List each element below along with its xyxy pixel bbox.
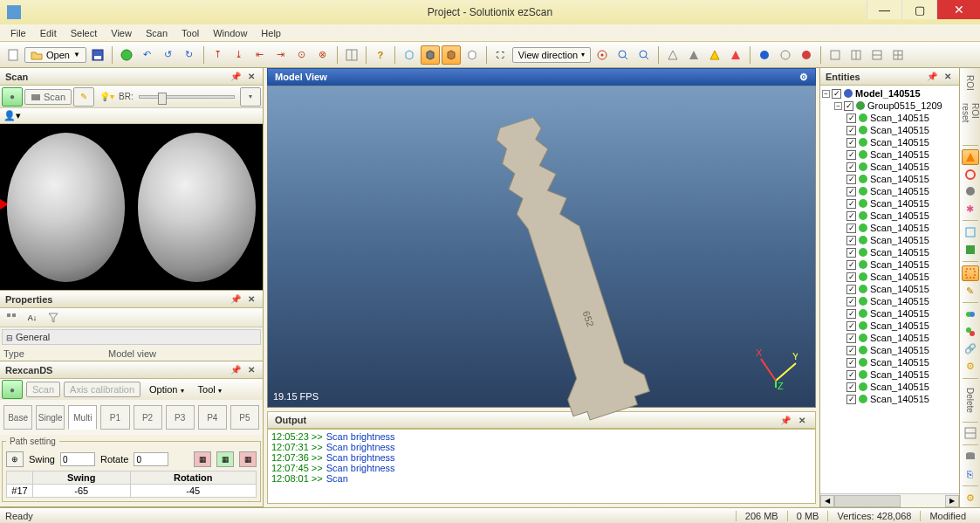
tree-checkbox[interactable]: ✓	[846, 297, 856, 306]
model-view-3d[interactable]: 652 19.15 FPS Y X Z	[267, 86, 816, 408]
view-direction-button[interactable]: View direction ▾	[512, 47, 591, 63]
ts-link-icon[interactable]: 🔗	[962, 341, 979, 357]
tree-toggle-icon[interactable]: −	[834, 102, 842, 110]
tree-item[interactable]: ✓Scan_140515	[822, 368, 957, 381]
tree-checkbox[interactable]: ✓	[846, 150, 856, 160]
tree-item[interactable]: −✓Model_140515	[822, 87, 957, 100]
tree-item[interactable]: ✓Scan_140515	[822, 173, 957, 185]
pin-icon[interactable]: 📌	[778, 416, 793, 425]
bulb-icon[interactable]: 💡▾	[96, 87, 117, 107]
tree-item[interactable]: ✓Scan_140515	[822, 344, 957, 356]
ts-gear-icon[interactable]: ⚙	[962, 490, 979, 506]
cube-shaded-icon[interactable]	[421, 45, 440, 65]
tree-checkbox[interactable]: ✓	[846, 272, 856, 282]
pin-icon[interactable]: 📌	[228, 365, 243, 375]
capture-icon[interactable]: ●	[2, 87, 23, 107]
rexcan-header[interactable]: RexcanDS 📌 ✕	[0, 361, 263, 379]
tree-checkbox[interactable]: ✓	[846, 285, 856, 294]
grid-4-icon[interactable]	[888, 45, 908, 65]
tree-checkbox[interactable]: ✓	[846, 187, 856, 196]
user-icon[interactable]: 👤▾	[3, 110, 21, 121]
menu-scan[interactable]: Scan	[139, 26, 175, 40]
general-section[interactable]: ⊟ General	[2, 329, 261, 345]
tree-item[interactable]: ✓Scan_140515	[822, 161, 957, 173]
ts-cylinder-icon[interactable]	[962, 449, 979, 465]
scroll-left-icon[interactable]: ◀	[820, 495, 834, 507]
undo-icon[interactable]: ↺	[159, 45, 178, 65]
zoom-in-icon[interactable]	[613, 45, 633, 65]
help-icon[interactable]: ?	[371, 45, 390, 65]
rex-tab-p3[interactable]: P3	[166, 405, 195, 430]
brightness-slider[interactable]	[139, 95, 235, 99]
grid-2-icon[interactable]	[846, 45, 866, 65]
tree-checkbox[interactable]: ✓	[846, 358, 856, 368]
rex-tab-base[interactable]: Base	[3, 405, 32, 430]
rex-option-dropdown[interactable]: Option ▾	[144, 382, 188, 396]
tree-checkbox[interactable]: ✓	[846, 346, 856, 355]
tree-item[interactable]: ✓Scan_140515	[822, 185, 957, 197]
tree-item[interactable]: ✓Scan_140515	[822, 246, 957, 258]
tree-item[interactable]: ✓Scan_140515	[822, 283, 957, 295]
tree-item[interactable]: −✓Group0515_1209	[822, 100, 957, 112]
align-back-icon[interactable]: ⊗	[313, 45, 332, 65]
model-view-gear-icon[interactable]: ⚙	[799, 72, 808, 83]
ts-group-2-icon[interactable]	[962, 324, 979, 340]
tree-checkbox[interactable]: ✓	[844, 101, 853, 111]
open-button[interactable]: Open ▼	[24, 47, 86, 63]
menu-file[interactable]: File	[3, 26, 33, 40]
grid-3-icon[interactable]	[867, 45, 887, 65]
nav-back-icon[interactable]: ↶	[138, 45, 157, 65]
ts-select-box-icon[interactable]	[962, 265, 979, 281]
tree-checkbox[interactable]: ✓	[846, 260, 856, 270]
tree-checkbox[interactable]: ✓	[832, 89, 841, 99]
sphere-icon[interactable]	[755, 45, 774, 65]
tree-item[interactable]: ✓Scan_140515	[822, 234, 957, 246]
align-right-icon[interactable]: ⇥	[271, 45, 291, 65]
tree-item[interactable]: ✓Scan_140515	[822, 271, 957, 283]
rex-tab-p4[interactable]: P4	[198, 405, 227, 430]
ts-export-icon[interactable]: ⎘	[962, 466, 979, 482]
tree-item[interactable]: ✓Scan_140515	[822, 222, 957, 234]
rex-tab-p5[interactable]: P5	[230, 405, 259, 430]
entities-scrollbar[interactable]: ◀ ▶	[820, 493, 959, 507]
tree-item[interactable]: ✓Scan_140515	[822, 136, 957, 148]
entities-tree[interactable]: −✓Model_140515−✓Group0515_1209✓Scan_1405…	[820, 86, 959, 493]
tree-item[interactable]: ✓Scan_140515	[822, 393, 957, 405]
tree-item[interactable]: ✓Scan_140515	[822, 307, 957, 320]
tree-checkbox[interactable]: ✓	[846, 175, 856, 184]
sort-az-icon[interactable]: A↓	[23, 308, 42, 327]
close-icon[interactable]: ✕	[245, 365, 257, 375]
target-icon[interactable]	[593, 45, 612, 65]
maximize-button[interactable]: ▢	[901, 0, 936, 19]
cube-wireframe-icon[interactable]	[400, 45, 419, 65]
tree-checkbox[interactable]: ✓	[846, 334, 856, 343]
menu-edit[interactable]: Edit	[33, 26, 64, 40]
close-icon[interactable]: ✕	[245, 72, 257, 81]
tri-color-icon[interactable]	[726, 45, 745, 65]
align-bottom-icon[interactable]: ⤓	[230, 45, 249, 65]
fit-icon[interactable]: ⛶	[491, 45, 511, 65]
rex-tab-p2[interactable]: P2	[134, 405, 162, 430]
align-front-icon[interactable]: ⊙	[292, 45, 312, 65]
tree-item[interactable]: ✓Scan_140515	[822, 356, 957, 368]
tri-outline-icon[interactable]	[663, 45, 682, 65]
zoom-fit-icon[interactable]	[634, 45, 654, 65]
pin-icon[interactable]: 📌	[228, 72, 243, 81]
tree-item[interactable]: ✓Scan_140515	[822, 295, 957, 307]
menu-select[interactable]: Select	[64, 26, 105, 40]
properties-header[interactable]: Properties 📌 ✕	[0, 291, 263, 308]
tree-checkbox[interactable]: ✓	[846, 382, 856, 392]
align-left-icon[interactable]: ⇤	[250, 45, 270, 65]
tree-checkbox[interactable]: ✓	[846, 370, 856, 380]
tree-toggle-icon[interactable]: −	[822, 90, 830, 98]
tri-warn-icon[interactable]	[705, 45, 724, 65]
save-icon[interactable]	[88, 45, 107, 65]
rex-tool-dropdown[interactable]: Tool ▾	[193, 382, 227, 396]
menu-tool[interactable]: Tool	[175, 26, 206, 40]
tree-item[interactable]: ✓Scan_140515	[822, 112, 957, 124]
tree-item[interactable]: ✓Scan_140515	[822, 332, 957, 344]
tree-item[interactable]: ✓Scan_140515	[822, 124, 957, 136]
tree-checkbox[interactable]: ✓	[846, 321, 856, 331]
ts-layout-icon[interactable]	[962, 425, 979, 441]
tree-item[interactable]: ✓Scan_140515	[822, 210, 957, 222]
